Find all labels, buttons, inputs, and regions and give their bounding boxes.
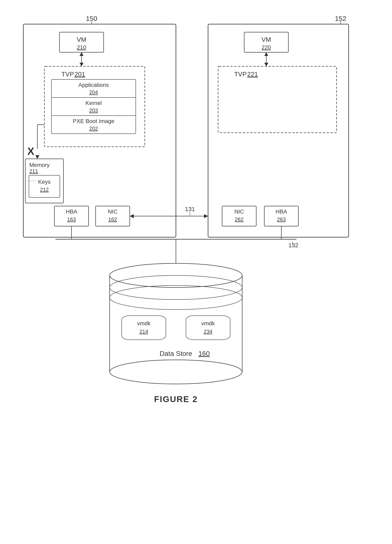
figure-caption: FIGURE 2 bbox=[154, 394, 198, 404]
pxe-text: PXE Boot Image bbox=[73, 118, 114, 124]
tvp-right-label: TVP bbox=[234, 71, 247, 78]
tvp-left-ref: 201 bbox=[75, 71, 85, 78]
datastore-label: Data Store bbox=[160, 350, 192, 357]
link-label: 131 bbox=[185, 206, 195, 212]
datastore-ref: 160 bbox=[198, 350, 210, 357]
pxe-ref: 202 bbox=[89, 125, 98, 131]
host-right-label: 152 bbox=[335, 15, 346, 22]
nic-right-ref: 262 bbox=[235, 216, 243, 222]
vmdk1-ref: 214 bbox=[139, 329, 148, 335]
hba-right-text: HBA bbox=[276, 208, 287, 215]
nic-right-text: NIC bbox=[234, 208, 244, 215]
host-left-label: 150 bbox=[86, 15, 97, 22]
memory-ref: 211 bbox=[29, 168, 38, 174]
kernel-ref: 203 bbox=[89, 107, 98, 113]
vmdk2-text: vmdk bbox=[202, 320, 215, 326]
svg-marker-33 bbox=[204, 214, 208, 218]
svg-point-39 bbox=[110, 360, 242, 384]
hba-left-text: HBA bbox=[66, 208, 77, 215]
applications-text: Applications bbox=[79, 82, 109, 88]
kernel-text: Kernel bbox=[86, 100, 102, 106]
tvp-right-ref: 221 bbox=[247, 71, 258, 78]
vm-right-ref: 220 bbox=[262, 44, 271, 50]
applications-ref: 204 bbox=[89, 89, 98, 95]
nic-left-text: NIC bbox=[108, 208, 117, 215]
hba-left-ref: 163 bbox=[67, 216, 76, 222]
svg-rect-45 bbox=[122, 316, 166, 340]
hba-right-ref: 263 bbox=[277, 216, 286, 222]
svg-rect-46 bbox=[186, 316, 230, 340]
vm-left-text: VM bbox=[77, 36, 86, 43]
tvp-left-label: TVP bbox=[61, 71, 74, 78]
diagram: 150 VM 210 TVP 201 Applications 204 Kern… bbox=[15, 12, 377, 527]
vm-right-text: VM bbox=[261, 36, 271, 43]
nic-left-ref: 162 bbox=[108, 216, 117, 222]
bus-label: 132 bbox=[288, 242, 298, 248]
memory-label: Memory bbox=[29, 162, 50, 168]
keys-ref: 212 bbox=[40, 187, 49, 193]
vm-left-ref: 210 bbox=[77, 44, 86, 50]
vmdk1-text: vmdk bbox=[137, 320, 151, 326]
vmdk2-ref: 234 bbox=[204, 329, 212, 335]
keys-text: Keys bbox=[38, 179, 51, 185]
x-symbol: X bbox=[27, 145, 34, 157]
